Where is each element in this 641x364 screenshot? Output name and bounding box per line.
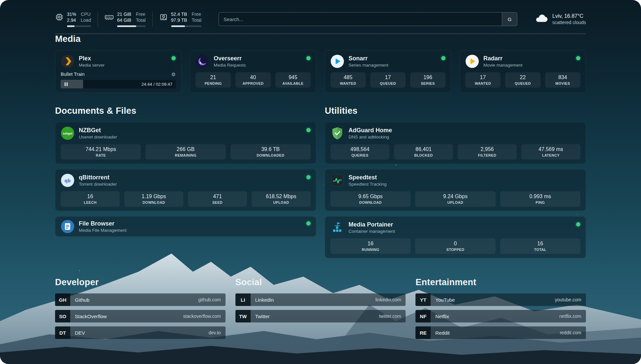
bookmark-row[interactable]: TWTwittertwitter.com xyxy=(235,310,406,322)
disk-total-value: 97.9 TB xyxy=(171,17,187,23)
cpu-progress-bar xyxy=(67,25,91,27)
utilities-column: Utilities AdGuard Home DNS and adblockin… xyxy=(325,106,586,263)
metric-divider xyxy=(98,12,98,27)
bookmark-row[interactable]: NFNetflixnetflix.com xyxy=(415,310,586,322)
status-dot xyxy=(306,128,311,132)
bookmark-row[interactable]: LILinkedInlinkedin.com xyxy=(235,293,406,306)
app-subtitle: Series management xyxy=(349,63,388,68)
stat-value: 22 xyxy=(506,75,539,80)
status-dot xyxy=(306,175,311,179)
bookmark-url: youtube.com xyxy=(555,297,581,302)
ram-free-value: 21 GiB xyxy=(117,11,131,17)
bookmark-badge: NF xyxy=(415,310,431,322)
app-title: Overseerr xyxy=(214,55,246,62)
portainer-card[interactable]: Media Portainer Container management 16R… xyxy=(325,216,586,258)
bookmark-row[interactable]: YTYouTubeyoutube.com xyxy=(415,293,586,306)
status-dot xyxy=(306,221,311,226)
sonarr-card[interactable]: Sonarr Series management 485WANTED17QUEU… xyxy=(325,50,451,93)
stat-tile: 16LEECH xyxy=(61,191,120,207)
app-subtitle: DNS and adblocking xyxy=(349,135,392,139)
bookmark-url: linkedin.com xyxy=(376,297,401,302)
bookmark-list-social: LILinkedInlinkedin.comTWTwittertwitter.c… xyxy=(235,293,406,322)
stat-label: SEED xyxy=(189,200,246,204)
cpu-metric: 31% 2.94 CPU Load xyxy=(55,11,91,27)
bookmark-badge: DT xyxy=(55,326,70,339)
settings-gear-icon[interactable]: ⚙ xyxy=(171,72,176,77)
section-title-social: Social xyxy=(235,277,406,288)
dashboard-page: 31% 2.94 CPU Load xyxy=(0,0,641,364)
bookmark-row[interactable]: SOStackOverflowstackoverflow.com xyxy=(55,310,226,322)
adguard-card[interactable]: AdGuard Home DNS and adblocking 498,564Q… xyxy=(325,122,586,164)
stat-value: 9.24 Gbps xyxy=(416,194,494,199)
bookmark-list-entertainment: YTYouTubeyoutube.comNFNetflixnetflix.com… xyxy=(415,293,586,339)
stat-tile: 498,564QUERIES xyxy=(330,144,389,160)
system-metrics: 31% 2.94 CPU Load xyxy=(55,11,201,27)
radarr-icon xyxy=(465,54,479,68)
search-input[interactable] xyxy=(219,13,502,26)
ram-total-value: 64 GiB xyxy=(117,17,131,23)
bookmark-url: twitter.com xyxy=(379,314,401,319)
stat-value: 471 xyxy=(189,194,246,199)
speedtest-card[interactable]: Speedtest Speedtest Tracking 9.65 GbpsDO… xyxy=(325,169,586,211)
bookmark-row[interactable]: RERedditreddit.com xyxy=(415,326,586,339)
nzbget-card[interactable]: nzbget NZBGet Usenet downloader 744.21 M… xyxy=(55,122,316,164)
stats-row: 485WANTED17QUEUED196SERIES xyxy=(330,72,445,88)
filebrowser-card[interactable]: File Browser Media File Management xyxy=(55,216,316,237)
stat-value: 618.52 Mbps xyxy=(253,194,309,199)
stat-tile: 834MOVIES xyxy=(545,72,580,88)
stat-value: 16 xyxy=(62,194,118,199)
ram-total-label: Total xyxy=(136,17,146,23)
stat-label: RUNNING xyxy=(332,248,409,252)
stat-tile: 16RUNNING xyxy=(330,238,411,254)
stat-value: 485 xyxy=(332,75,364,80)
pause-icon[interactable] xyxy=(61,82,71,86)
stats-row: 9.65 GbpsDOWNLOAD9.24 GbpsUPLOAD0.993 ms… xyxy=(330,191,580,207)
radarr-card[interactable]: Radarr Movie management 17WANTED22QUEUED… xyxy=(460,50,586,93)
metric-divider xyxy=(152,12,153,27)
snow-speckles xyxy=(0,0,1,1)
stat-value: 0 xyxy=(416,241,494,247)
section-title-media: Media xyxy=(55,34,586,44)
stat-label: PENDING xyxy=(197,81,229,85)
stat-tile: 9.24 GbpsUPLOAD xyxy=(415,191,495,207)
stat-value: 86,401 xyxy=(395,146,452,152)
plex-icon xyxy=(61,54,75,68)
stats-row: 21PENDING40APPROVED945AVAILABLE xyxy=(196,72,311,88)
stat-tile: 945AVAILABLE xyxy=(275,72,311,88)
stat-value: 17 xyxy=(372,75,404,80)
bookmark-row[interactable]: DTDEVdev.to xyxy=(55,326,226,339)
section-title-entertainment: Entertainment xyxy=(415,277,586,288)
social-bookmarks: Social LILinkedInlinkedin.comTWTwittertw… xyxy=(235,277,406,326)
section-title-documents: Documents & Files xyxy=(55,106,316,116)
stats-row: 744.21 MbpsRATE266 GBREMAINING39.6 TBDOW… xyxy=(61,144,311,160)
cpu-load-label: Load xyxy=(81,17,91,23)
ram-progress-bar xyxy=(117,25,145,27)
disk-free-label: Free xyxy=(192,11,201,17)
stat-label: DOWNLOAD xyxy=(332,200,409,204)
stat-label: QUEUED xyxy=(372,81,404,85)
search-bar: G xyxy=(219,12,517,26)
search-engine-button[interactable]: G xyxy=(502,13,517,26)
bookmark-badge: SO xyxy=(55,310,70,322)
app-subtitle: Media server xyxy=(79,63,105,68)
stat-label: LATENCY xyxy=(523,153,579,157)
app-subtitle: Usenet downloader xyxy=(79,135,117,139)
stat-label: PING xyxy=(502,200,579,204)
qbittorrent-card[interactable]: qb qBittorrent Torrent downloader 16LEEC… xyxy=(55,169,316,211)
overseerr-card[interactable]: Overseerr Media Requests 21PENDING40APPR… xyxy=(190,50,316,93)
svg-text:qb: qb xyxy=(65,178,71,183)
app-title: NZBGet xyxy=(79,127,117,134)
stat-label: DOWNLOAD xyxy=(126,200,182,204)
stat-tile: 9.65 GbpsDOWNLOAD xyxy=(330,191,411,207)
stat-value: 9.65 Gbps xyxy=(332,194,409,199)
stat-value: 40 xyxy=(237,75,269,80)
weather-widget[interactable]: Lviv, 16.87°C scattered clouds xyxy=(534,13,586,25)
developer-bookmarks: Developer GHGithubgithub.comSOStackOverf… xyxy=(55,277,226,343)
overseerr-icon xyxy=(196,54,209,68)
bookmark-row[interactable]: GHGithubgithub.com xyxy=(55,293,226,306)
plex-player-bar[interactable]: 24:44 / 02:06:47 xyxy=(61,80,176,88)
plex-card[interactable]: Plex Media server Bullet Train ⚙ 24:44 /… xyxy=(55,50,181,93)
stat-label: LEECH xyxy=(62,200,118,204)
stat-value: 498,564 xyxy=(332,146,388,152)
app-title: Plex xyxy=(79,55,105,62)
